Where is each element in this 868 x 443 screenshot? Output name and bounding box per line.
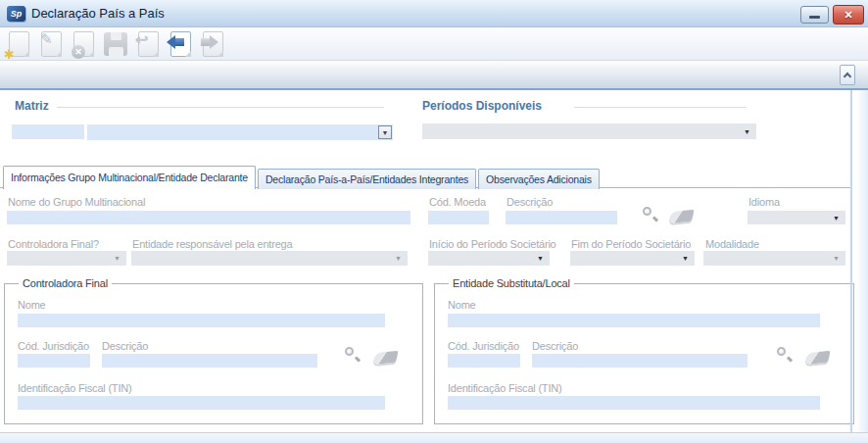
chevron-down-icon: ▼ — [537, 255, 544, 262]
circle-x-icon: ✕ — [72, 45, 85, 59]
controladora-final-select[interactable]: ▼ — [7, 251, 126, 266]
descricao-input[interactable] — [532, 354, 747, 368]
content-right-border — [850, 90, 852, 432]
descricao-moeda-input[interactable] — [506, 211, 617, 224]
cod-jurisdicao-input[interactable] — [448, 354, 520, 368]
matriz-combo-value — [87, 128, 90, 140]
chevron-down-icon: ▼ — [682, 255, 689, 262]
groupbox-title: Controladora Final — [19, 277, 112, 289]
eraser-icon[interactable] — [372, 351, 398, 365]
cod-jurisdicao-label: Cód. Jurisdição — [448, 340, 519, 352]
descricao-moeda-label: Descrição — [506, 196, 553, 208]
matriz-combo-button[interactable]: ▼ — [378, 125, 392, 139]
titlebar: Sp Declaração País a País ✕ — [0, 0, 868, 27]
descricao-label: Descrição — [102, 340, 148, 352]
nome-label: Nome — [18, 299, 46, 311]
periodos-section-label: Períodos Disponíveis — [422, 99, 542, 113]
next-button[interactable] — [198, 28, 227, 60]
tab-informacoes-grupo[interactable]: Informações Grupo Multinacional/Entidade… — [3, 166, 256, 189]
cancel-button[interactable]: ✕ — [69, 28, 98, 60]
save-icon — [104, 32, 127, 56]
entidade-responsavel-label: Entidade responsável pela entrega — [132, 238, 292, 250]
tin-input[interactable] — [448, 396, 820, 410]
undo-icon: ↩ — [135, 30, 148, 49]
groupbox-entidade-substituta: Entidade Substituta/Local Nome Cód. Juri… — [434, 283, 854, 424]
search-icon[interactable] — [344, 346, 361, 363]
minimize-icon — [809, 16, 820, 19]
descricao-label: Descrição — [532, 340, 578, 352]
window-right-edge — [856, 90, 868, 432]
edit-button[interactable]: ✎ — [36, 28, 66, 60]
descricao-input[interactable] — [102, 354, 317, 368]
tab-strip: Informações Grupo Multinacional/Entidade… — [3, 166, 602, 189]
periodos-select[interactable]: ▼ — [422, 123, 756, 139]
entidade-responsavel-select[interactable]: ▼ — [131, 251, 408, 266]
matriz-rule — [57, 107, 384, 108]
nome-grupo-label: Nome do Grupo Multinacional — [8, 196, 145, 208]
cod-moeda-label: Cód. Moeda — [429, 196, 486, 208]
eraser-icon[interactable] — [668, 210, 694, 223]
nome-input[interactable] — [448, 314, 820, 327]
chevron-up-icon — [844, 73, 851, 80]
groupbox-title: Entidade Substituta/Local — [449, 277, 574, 289]
tab-observacoes[interactable]: Observações Adicionais — [478, 169, 600, 189]
close-button[interactable]: ✕ — [833, 5, 864, 25]
chevron-down-icon: ▼ — [114, 255, 121, 262]
groupbox-controladora-final: Controladora Final Nome Cód. Jurisdição … — [4, 283, 423, 424]
tin-input[interactable] — [18, 396, 385, 410]
modalidade-select[interactable]: ▼ — [703, 251, 845, 266]
eraser-icon[interactable] — [804, 351, 830, 365]
idioma-select[interactable]: ▼ — [747, 211, 845, 224]
idioma-label: Idioma — [748, 196, 780, 208]
modalidade-label: Modalidade — [705, 238, 759, 250]
application-window: Sp Declaração País a País ✕ ✱ ✎ ✕ ↩ — [0, 0, 868, 443]
minimize-button[interactable] — [800, 6, 829, 24]
cod-jurisdicao-label: Cód. Jurisdição — [18, 340, 89, 352]
controladora-final-label: Controladora Final? — [8, 238, 99, 250]
chevron-down-icon: ▼ — [744, 128, 750, 135]
previous-button[interactable] — [166, 28, 195, 60]
tin-label: Identificação Fiscal (TIN) — [448, 382, 561, 394]
matriz-combo[interactable]: ▼ — [87, 124, 393, 140]
nome-label: Nome — [448, 299, 476, 311]
undo-button[interactable]: ↩ — [133, 28, 163, 60]
new-button[interactable]: ✱ — [4, 28, 33, 60]
close-icon: ✕ — [844, 9, 852, 22]
search-icon[interactable] — [776, 346, 793, 363]
inicio-periodo-select[interactable]: ▼ — [428, 251, 550, 266]
fim-periodo-select[interactable]: ▼ — [570, 251, 695, 266]
panel-header-bar — [0, 61, 868, 90]
collapse-panel-button[interactable] — [840, 65, 855, 85]
arrow-left-icon — [167, 35, 184, 49]
matriz-section-label: Matriz — [15, 99, 49, 113]
nome-input[interactable] — [18, 314, 385, 327]
chevron-down-icon: ▼ — [382, 129, 389, 136]
window-title: Declaração País a País — [31, 0, 165, 27]
fim-periodo-label: Fim do Período Societário — [571, 238, 691, 250]
window-bottom-edge — [0, 432, 868, 443]
search-icon[interactable] — [642, 206, 658, 222]
pencil-icon: ✎ — [40, 30, 53, 48]
cod-moeda-input[interactable] — [428, 211, 489, 224]
tab-declaracao-pais[interactable]: Declaração País-a-País/Entidades Integra… — [258, 169, 476, 189]
cod-jurisdicao-input[interactable] — [18, 354, 90, 368]
chevron-down-icon: ▼ — [395, 255, 402, 262]
chevron-down-icon: ▼ — [833, 255, 840, 262]
star-icon: ✱ — [4, 47, 15, 62]
nome-grupo-input[interactable] — [7, 211, 410, 224]
periodos-rule — [574, 107, 747, 108]
chevron-down-icon: ▼ — [833, 215, 840, 222]
arrow-right-icon — [201, 35, 218, 49]
save-button[interactable] — [101, 28, 130, 60]
toolbar: ✱ ✎ ✕ ↩ — [0, 27, 868, 61]
app-icon: Sp — [7, 6, 25, 22]
matriz-code-input[interactable] — [12, 124, 84, 139]
tin-label: Identificação Fiscal (TIN) — [18, 382, 131, 394]
inicio-periodo-label: Início do Período Societário — [429, 238, 556, 250]
